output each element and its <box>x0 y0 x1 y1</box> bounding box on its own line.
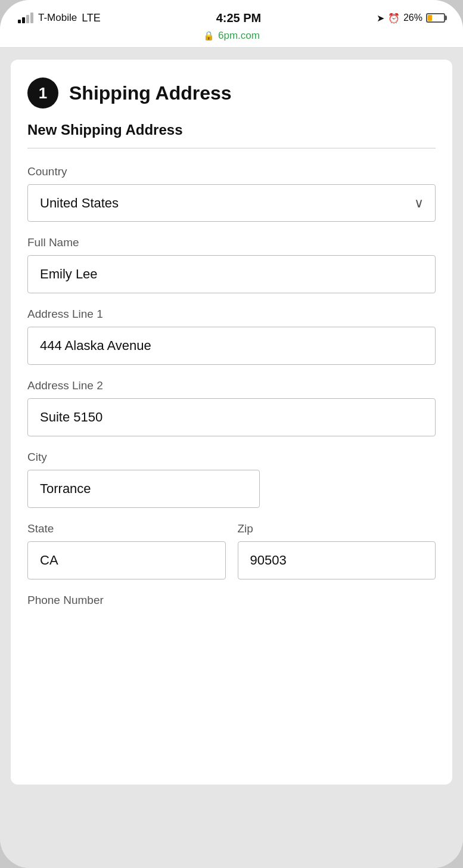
battery-icon <box>426 13 445 23</box>
section-title: Shipping Address <box>69 82 232 104</box>
full-name-input[interactable] <box>27 255 436 293</box>
zip-field-group: Zip <box>238 522 436 579</box>
url-label: 6pm.com <box>218 30 260 42</box>
state-input[interactable] <box>27 541 226 579</box>
full-name-label: Full Name <box>27 236 436 249</box>
country-field-group: Country United States ∨ <box>27 165 436 222</box>
address-line2-label: Address Line 2 <box>27 379 436 392</box>
country-select[interactable]: United States <box>27 184 436 222</box>
full-name-field-group: Full Name <box>27 236 436 293</box>
state-zip-row: State Zip <box>27 522 436 594</box>
signal-icon <box>18 13 33 23</box>
zip-input[interactable] <box>238 541 436 579</box>
zip-label: Zip <box>238 522 436 535</box>
main-content: 1 Shipping Address New Shipping Address … <box>11 60 452 785</box>
network-label: LTE <box>82 12 101 24</box>
city-input[interactable] <box>27 470 260 508</box>
bottom-area <box>0 796 463 868</box>
divider <box>27 148 436 148</box>
address-line1-label: Address Line 1 <box>27 308 436 321</box>
phone-frame: T-Mobile LTE 4:25 PM ➤ ⏰ 26% 🔒 6pm.com <box>0 0 463 868</box>
location-icon: ➤ <box>377 13 384 24</box>
alarm-icon: ⏰ <box>388 13 400 24</box>
url-bar: 🔒 6pm.com <box>203 30 260 42</box>
carrier-label: T-Mobile <box>38 12 77 24</box>
battery-percent: 26% <box>403 13 422 23</box>
address-line1-field-group: Address Line 1 <box>27 308 436 365</box>
time-label: 4:25 PM <box>216 11 262 25</box>
city-label: City <box>27 451 436 464</box>
address-line2-field-group: Address Line 2 <box>27 379 436 436</box>
city-field-group: City <box>27 451 436 508</box>
status-left: T-Mobile LTE <box>18 12 101 24</box>
lock-icon: 🔒 <box>203 30 215 41</box>
address-line1-input[interactable] <box>27 327 436 365</box>
state-label: State <box>27 522 226 535</box>
status-right: ➤ ⏰ 26% <box>377 13 445 24</box>
phone-field-group: Phone Number <box>27 594 436 607</box>
status-bar: T-Mobile LTE 4:25 PM ➤ ⏰ 26% 🔒 6pm.com <box>0 0 463 48</box>
state-field-group: State <box>27 522 226 579</box>
sub-title: New Shipping Address <box>27 122 436 138</box>
section-header: 1 Shipping Address <box>27 78 436 108</box>
country-label: Country <box>27 165 436 178</box>
phone-label: Phone Number <box>27 594 436 607</box>
address-line2-input[interactable] <box>27 398 436 436</box>
country-select-wrapper[interactable]: United States ∨ <box>27 184 436 222</box>
step-badge: 1 <box>27 78 58 108</box>
